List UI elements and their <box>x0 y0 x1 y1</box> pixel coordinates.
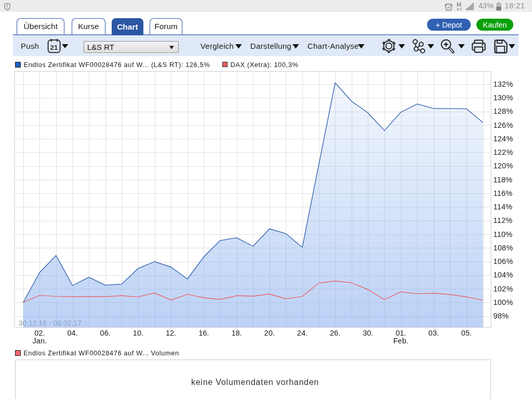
svg-text:106%: 106% <box>494 257 513 265</box>
menu-chart-analyse[interactable]: Chart-Analyse <box>308 42 359 50</box>
no-volume-message: keine Volumendaten vorhanden <box>16 378 491 387</box>
price-chart[interactable]: 30.12.16 - 06.02.1798%100%102%104%106%10… <box>0 68 532 351</box>
tab-kurse[interactable]: Kurse <box>72 18 106 34</box>
volume-legend-label: Endlos Zertifikat WF00028476 auf W... Vo… <box>23 349 179 357</box>
save-icon[interactable] <box>494 39 508 54</box>
select-arrow-icon <box>169 46 174 49</box>
darstellung-dropdown-icon[interactable] <box>292 44 299 49</box>
tab-uebersicht[interactable]: Übersicht <box>17 18 64 34</box>
svg-text:118%: 118% <box>494 176 513 184</box>
alarm-icon <box>444 2 453 11</box>
svg-text:110%: 110% <box>494 230 513 238</box>
status-bar: 43% 18:21 <box>0 0 532 12</box>
svg-text:18.: 18. <box>231 329 242 337</box>
shield-alert-icon <box>4 3 11 11</box>
svg-text:112%: 112% <box>494 216 513 224</box>
legend-series2-swatch <box>222 62 228 68</box>
svg-text:Jan.: Jan. <box>33 337 47 345</box>
svg-text:03.: 03. <box>429 329 439 337</box>
battery-icon <box>496 2 501 11</box>
svg-text:02.: 02. <box>34 329 45 337</box>
svg-text:21: 21 <box>50 44 59 51</box>
settings-icon[interactable] <box>382 39 396 53</box>
svg-text:108%: 108% <box>494 244 513 252</box>
svg-text:130%: 130% <box>494 94 513 102</box>
network-icon[interactable] <box>410 37 426 55</box>
zoom-dropdown-icon[interactable] <box>458 44 465 49</box>
svg-text:10.: 10. <box>133 329 143 337</box>
svg-text:Feb.: Feb. <box>393 337 408 345</box>
instrument-select[interactable]: L&S RT <box>84 41 179 54</box>
clock: 18:21 <box>505 2 525 10</box>
svg-text:01.: 01. <box>395 329 406 337</box>
print-icon[interactable] <box>471 39 486 53</box>
settings-dropdown-icon[interactable] <box>398 44 405 49</box>
vergleich-dropdown-icon[interactable] <box>235 44 242 49</box>
svg-text:132%: 132% <box>494 80 513 88</box>
tab-forum[interactable]: Forum <box>150 18 182 34</box>
chart-analyse-dropdown-icon[interactable] <box>358 44 365 49</box>
depot-button[interactable]: + Depot <box>427 19 471 31</box>
legend-series1-swatch <box>15 62 21 68</box>
svg-text:102%: 102% <box>494 285 513 293</box>
svg-text:98%: 98% <box>494 312 509 320</box>
svg-text:20.: 20. <box>264 329 275 337</box>
svg-text:114%: 114% <box>494 203 513 211</box>
svg-text:26.: 26. <box>330 329 340 337</box>
screen: 43% 18:21 Übersicht Kurse Chart Forum + … <box>0 0 532 399</box>
svg-text:06.: 06. <box>100 329 111 337</box>
calendar-dropdown-icon[interactable] <box>62 44 69 49</box>
chart-toolbar: Push 21 L&S RT Vergleich Darstellung Cha… <box>13 34 518 56</box>
svg-text:100%: 100% <box>494 298 513 307</box>
network-dropdown-icon[interactable] <box>428 44 434 49</box>
svg-text:05.: 05. <box>461 329 472 337</box>
push-label[interactable]: Push <box>21 42 39 50</box>
svg-text:128%: 128% <box>494 107 513 115</box>
svg-text:30.: 30. <box>363 329 373 337</box>
svg-text:16.: 16. <box>198 329 209 337</box>
menu-vergleich[interactable]: Vergleich <box>201 42 234 50</box>
kaufen-button[interactable]: Kaufen <box>476 19 513 31</box>
svg-text:116%: 116% <box>494 189 513 197</box>
signal-icon <box>466 2 474 10</box>
svg-text:124%: 124% <box>494 135 513 143</box>
battery-percent: 43% <box>478 2 494 10</box>
svg-text:24.: 24. <box>297 329 308 337</box>
volume-legend-swatch <box>15 350 21 356</box>
tab-chart[interactable]: Chart <box>112 18 143 35</box>
zoom-in-icon[interactable] <box>440 39 457 54</box>
svg-text:126%: 126% <box>494 121 513 129</box>
svg-text:04.: 04. <box>67 329 77 337</box>
save-dropdown-icon[interactable] <box>509 44 515 49</box>
svg-text:104%: 104% <box>494 271 513 279</box>
calendar-icon[interactable]: 21 <box>47 37 61 53</box>
svg-text:12.: 12. <box>166 329 176 337</box>
menu-darstellung[interactable]: Darstellung <box>250 42 291 50</box>
svg-text:122%: 122% <box>494 148 513 156</box>
volume-chart-box: keine Volumendaten vorhanden <box>15 360 491 399</box>
svg-text:120%: 120% <box>494 162 513 170</box>
hspa-icon <box>457 2 463 11</box>
